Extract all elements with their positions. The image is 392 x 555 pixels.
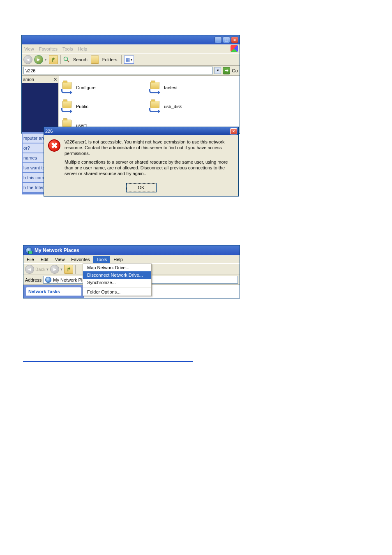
search-icon: [63, 56, 70, 63]
share-list: Configure faetest Public usb_disk user1: [59, 76, 240, 133]
menu-item-synchronize[interactable]: Synchronize...: [83, 279, 151, 286]
dialog-close-button[interactable]: ×: [230, 128, 237, 134]
tools-dropdown-menu: Map Network Drive... Disconnect Network …: [83, 264, 152, 296]
menu-bar: File Edit View Favorites Tools Help: [23, 255, 240, 264]
share-folder-icon: [61, 101, 73, 112]
search-button[interactable]: Search: [71, 57, 89, 62]
menu-tools[interactable]: Tools: [93, 256, 111, 263]
dialog-text: \\226\user1 is not accessible. You might…: [65, 139, 233, 180]
windows-flag-icon: [231, 45, 238, 52]
menu-bar: View Favorites Tools Help: [22, 44, 240, 53]
forward-button[interactable]: ►: [50, 265, 59, 274]
separator: [60, 55, 61, 64]
explorer-body: anion ✕ Configure faetest Public usb_dis…: [22, 76, 240, 133]
dialog-title: 226: [45, 129, 53, 134]
explorer-window: _ □ × View Favorites Tools Help ◄ ► ▼ Se…: [21, 35, 240, 134]
back-label: Back: [35, 267, 45, 272]
error-message-2: Multiple connections to a server or shar…: [65, 160, 233, 176]
share-label: faetest: [164, 85, 178, 90]
views-button[interactable]: ▦▼: [124, 56, 134, 64]
forward-history-icon[interactable]: ▼: [60, 268, 63, 271]
dialog-titlebar: 226 ×: [44, 127, 238, 135]
titlebar: _ □ ×: [22, 35, 240, 44]
back-history-icon[interactable]: ▼: [46, 268, 49, 271]
folders-button[interactable]: Folders: [101, 57, 119, 62]
share-label: Public: [76, 104, 88, 109]
network-places-mini-icon: [45, 277, 51, 283]
menu-help[interactable]: Help: [78, 46, 88, 51]
go-button[interactable]: Go: [232, 68, 238, 73]
address-dropdown-icon[interactable]: ▼: [214, 67, 221, 74]
forward-button[interactable]: ►: [34, 55, 43, 64]
menu-view[interactable]: View: [24, 46, 34, 51]
share-label: usb_disk: [164, 104, 182, 109]
folders-icon: [91, 56, 99, 64]
address-label: Address: [25, 278, 42, 282]
side-panel-close-icon[interactable]: ✕: [53, 77, 57, 82]
menu-help[interactable]: Help: [110, 256, 126, 263]
side-panel-title: anion: [23, 77, 34, 82]
error-icon: ✖: [48, 139, 60, 152]
network-places-window: My Network Places File Edit View Favorit…: [23, 245, 240, 298]
menu-favorites[interactable]: Favorites: [39, 46, 58, 51]
error-message-1: \\226\user1 is not accessible. You might…: [65, 139, 233, 156]
share-item-faetest[interactable]: faetest: [149, 78, 237, 97]
svg-line-1: [67, 60, 69, 62]
menu-favorites[interactable]: Favorites: [68, 256, 93, 263]
back-button[interactable]: ◄: [25, 265, 34, 274]
blue-divider: [23, 361, 193, 362]
share-folder-icon: [149, 82, 161, 93]
menu-separator: [83, 287, 151, 287]
separator: [75, 265, 76, 274]
menu-item-disconnect-drive[interactable]: Disconnect Network Drive...: [83, 271, 151, 279]
titlebar: My Network Places: [23, 245, 240, 255]
menu-item-folder-options[interactable]: Folder Options...: [83, 288, 151, 296]
menu-file[interactable]: File: [23, 256, 37, 263]
separator: [121, 55, 122, 64]
minimize-button[interactable]: _: [214, 37, 222, 43]
side-panel-body: [22, 83, 58, 133]
history-dropdown-icon[interactable]: ▼: [44, 58, 47, 62]
window-title: My Network Places: [35, 247, 79, 253]
back-button[interactable]: ◄: [23, 55, 32, 64]
up-button[interactable]: [49, 55, 58, 64]
address-text: \\226: [25, 68, 35, 73]
side-panel: anion ✕: [22, 76, 59, 133]
share-item-usbdisk[interactable]: usb_disk: [149, 97, 237, 116]
side-panel-header: anion ✕: [22, 76, 58, 83]
dialog-body: ✖ \\226\user1 is not accessible. You mig…: [44, 135, 238, 183]
share-folder-icon: [149, 101, 161, 112]
menu-tools[interactable]: Tools: [62, 46, 73, 51]
svg-point-0: [64, 57, 67, 61]
ok-button[interactable]: OK: [127, 183, 156, 192]
tasks-panel-header: Network Tasks: [26, 287, 81, 296]
menu-view[interactable]: View: [52, 256, 68, 263]
network-places-icon: [25, 247, 32, 254]
maximize-button[interactable]: □: [223, 37, 230, 43]
tasks-panel: Network Tasks: [23, 285, 84, 298]
close-button[interactable]: ×: [231, 37, 238, 43]
share-item-configure[interactable]: Configure: [61, 78, 149, 97]
share-item-public[interactable]: Public: [61, 97, 149, 116]
address-input[interactable]: \\226: [23, 67, 213, 74]
go-button-icon[interactable]: ➔: [223, 67, 230, 74]
menu-item-map-drive[interactable]: Map Network Drive...: [83, 264, 151, 271]
up-button[interactable]: [64, 265, 73, 274]
share-folder-icon: [61, 82, 73, 93]
menu-edit[interactable]: Edit: [37, 256, 52, 263]
share-label: Configure: [76, 85, 96, 90]
error-dialog: 226 × ✖ \\226\user1 is not accessible. Y…: [44, 127, 239, 197]
address-bar: \\226 ▼ ➔ Go: [22, 66, 240, 76]
toolbar: ◄ ► ▼ Search Folders ▦▼: [22, 53, 240, 66]
